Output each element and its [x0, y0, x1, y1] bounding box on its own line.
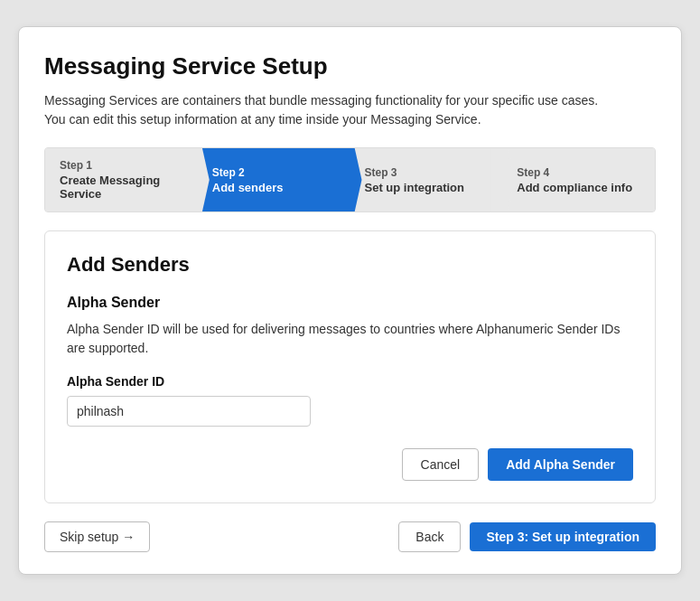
step3-label: Set up integration [365, 181, 489, 194]
alpha-sender-id-input[interactable] [67, 396, 311, 427]
page-title: Messaging Service Setup [44, 52, 656, 80]
step-4[interactable]: Step 4 Add compliance info [502, 148, 655, 211]
step3-number: Step 3 [365, 166, 489, 179]
back-button[interactable]: Back [398, 521, 461, 552]
next-step-button[interactable]: Step 3: Set up integration [470, 522, 656, 551]
footer-actions: Skip setup → Back Step 3: Set up integra… [44, 521, 656, 552]
alpha-description: Alpha Sender ID will be used for deliver… [67, 320, 633, 358]
add-alpha-sender-button[interactable]: Add Alpha Sender [488, 448, 633, 481]
skip-setup-button[interactable]: Skip setup → [44, 521, 150, 552]
step2-number: Step 2 [212, 166, 336, 179]
section-title: Add Senders [67, 253, 633, 277]
step4-label: Add compliance info [517, 181, 640, 194]
cancel-button[interactable]: Cancel [402, 448, 480, 481]
step-1[interactable]: Step 1 Create Messaging Service [45, 148, 198, 211]
content-card: Add Senders Alpha Sender Alpha Sender ID… [44, 230, 656, 503]
subsection-title: Alpha Sender [67, 295, 633, 311]
page-description: Messaging Services are containers that b… [44, 91, 656, 129]
steps-bar: Step 1 Create Messaging Service Step 2 A… [44, 147, 656, 212]
alpha-sender-id-label: Alpha Sender ID [67, 374, 633, 389]
step1-label: Create Messaging Service [60, 174, 183, 201]
footer-right: Back Step 3: Set up integration [398, 521, 656, 552]
step-3[interactable]: Step 3 Set up integration [350, 148, 503, 211]
main-window: Messaging Service Setup Messaging Servic… [18, 26, 682, 575]
step-2[interactable]: Step 2 Add senders [198, 148, 350, 211]
step1-number: Step 1 [60, 159, 183, 172]
step2-label: Add senders [212, 181, 336, 194]
step4-number: Step 4 [517, 166, 640, 179]
card-actions: Cancel Add Alpha Sender [67, 448, 633, 481]
